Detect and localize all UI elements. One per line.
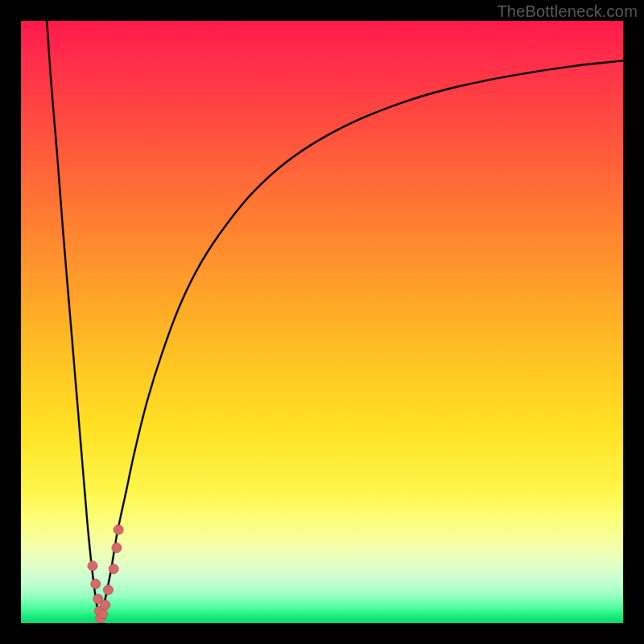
- plot-area: [21, 21, 623, 623]
- data-marker: [103, 585, 113, 595]
- data-marker: [114, 525, 123, 535]
- watermark-text: TheBottleneck.com: [497, 2, 638, 21]
- data-marker: [112, 543, 122, 553]
- data-marker: [91, 579, 101, 588]
- right-ascent-curve: [101, 60, 623, 620]
- data-marker: [109, 564, 118, 574]
- left-descent-curve: [47, 21, 101, 620]
- curve-layer: [21, 21, 623, 623]
- data-marker: [98, 609, 108, 619]
- chart-frame: TheBottleneck.com: [0, 0, 644, 644]
- data-marker: [101, 601, 110, 610]
- data-marker: [88, 561, 97, 571]
